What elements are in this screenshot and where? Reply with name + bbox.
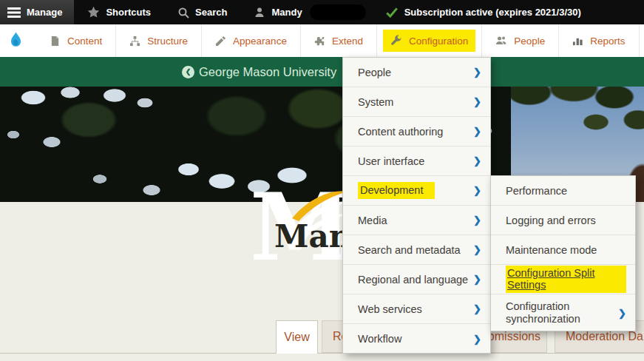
star-icon [87, 6, 100, 18]
menu-item-label: People [358, 67, 391, 78]
drupal-toolbar: Content Structure Appearance Extend Conf… [0, 24, 644, 57]
menu-item-label: Workflow [358, 333, 401, 345]
toolbar-item-label: Configuration [409, 36, 468, 47]
menu-item-maintenance-mode[interactable]: Maintenance mode [491, 235, 635, 265]
hamburger-icon [7, 7, 21, 18]
search-button[interactable]: Search [170, 0, 234, 24]
shortcuts-label: Shortcuts [106, 7, 151, 18]
menu-item-search-and-metadata[interactable]: Search and metadata ❯ [343, 235, 490, 265]
paintbrush-icon [215, 36, 226, 47]
document-icon [50, 36, 61, 47]
screen: Manage Shortcuts Search Mandy Subscripti… [0, 0, 644, 361]
menu-item-label: Media [358, 215, 387, 226]
bar-chart-icon [572, 36, 583, 47]
menu-item-regional-and-language[interactable]: Regional and language ❯ [343, 265, 490, 294]
toolbar-item-help[interactable]: ? Help [640, 24, 644, 57]
menu-item-workflow[interactable]: Workflow ❯ [343, 324, 490, 354]
menu-item-web-services[interactable]: Web services ❯ [343, 294, 490, 324]
menu-item-media[interactable]: Media ❯ [343, 206, 490, 235]
toolbar-item-reports[interactable]: Reports [559, 24, 639, 57]
toolbar-item-label: Structure [147, 36, 188, 47]
subscription-status: Subscription active (expires 2021/3/30) [385, 6, 581, 19]
menu-item-label: Search and metadata [358, 244, 461, 256]
tabs-divider [0, 353, 644, 354]
chevron-right-icon: ❯ [473, 215, 481, 226]
toolbar-item-extend[interactable]: Extend [301, 24, 377, 57]
menu-item-label: Configuration synchronization [506, 300, 609, 326]
user-account-button[interactable]: Mandy [246, 0, 373, 24]
tab-label: bmissions [488, 330, 540, 343]
toolbar-item-content[interactable]: Content [36, 24, 116, 57]
chevron-right-icon: ❯ [473, 185, 481, 196]
toolbar-item-label: Appearance [233, 36, 287, 47]
menu-item-label: Maintenance mode [506, 244, 597, 256]
chevron-right-icon: ❯ [473, 155, 481, 166]
chevron-right-icon: ❯ [473, 244, 481, 255]
wrench-icon [390, 35, 402, 47]
chevron-right-icon: ❯ [473, 126, 481, 137]
puzzle-icon [314, 36, 325, 47]
chevron-right-icon: ❯ [618, 308, 626, 319]
manage-menu-button[interactable]: Manage [0, 0, 74, 24]
menu-item-label: Regional and language [358, 274, 468, 286]
menu-item-logging-and-errors[interactable]: Logging and errors [491, 206, 635, 235]
people-icon [495, 35, 507, 47]
tab-label: Moderation Da [566, 330, 643, 343]
person-icon [254, 7, 265, 18]
menu-item-user-interface[interactable]: User interface ❯ [343, 146, 490, 176]
chevron-right-icon: ❯ [473, 334, 481, 345]
configuration-dropdown-menu: People ❯ System ❯ Content authoring ❯ Us… [342, 57, 491, 354]
admin-bar: Manage Shortcuts Search Mandy Subscripti… [0, 0, 644, 24]
chevron-right-icon: ❯ [473, 67, 481, 78]
menu-item-configuration-split-settings[interactable]: Configuration Split Settings [491, 265, 635, 294]
tab-view[interactable]: View [276, 320, 318, 354]
menu-item-development[interactable]: Development ❯ [343, 176, 490, 206]
toolbar-item-configuration[interactable]: Configuration [377, 24, 482, 57]
development-submenu: Performance Logging and errors Maintenan… [490, 175, 636, 331]
menu-item-configuration-synchronization[interactable]: Configuration synchronization ❯ [491, 294, 635, 331]
toolbar-item-label: Content [67, 36, 102, 47]
checkmark-icon [385, 6, 399, 19]
toolbar-item-appearance[interactable]: Appearance [202, 24, 301, 57]
chevron-right-icon: ❯ [473, 274, 481, 285]
toolbar-item-structure[interactable]: Structure [116, 24, 202, 57]
toolbar-item-label: Reports [590, 36, 625, 47]
menu-item-label: System [358, 96, 393, 108]
menu-item-people[interactable]: People ❯ [343, 58, 490, 87]
menu-item-performance[interactable]: Performance [491, 176, 635, 206]
site-header-bar: ❮ George Mason University [0, 57, 644, 87]
toolbar-item-people[interactable]: People [482, 24, 559, 57]
search-icon [177, 7, 189, 18]
menu-item-label: Development [358, 182, 435, 199]
subscription-text: Subscription active (expires 2021/3/30) [404, 7, 581, 18]
menu-item-label: Performance [506, 185, 567, 197]
site-title[interactable]: George Mason University [199, 65, 336, 79]
configuration-highlight: Configuration [383, 30, 475, 52]
user-name: Mandy [271, 7, 302, 18]
page-title: Man [274, 218, 351, 254]
menu-item-system[interactable]: System ❯ [343, 87, 490, 117]
drupal-logo-icon[interactable] [6, 31, 26, 51]
search-label: Search [195, 7, 227, 18]
redaction-blob [310, 4, 366, 20]
chevron-right-icon: ❯ [473, 96, 481, 107]
menu-item-content-authoring[interactable]: Content authoring ❯ [343, 117, 490, 146]
sitemap-icon [129, 36, 140, 47]
shortcuts-button[interactable]: Shortcuts [80, 0, 158, 24]
menu-item-label: Configuration Split Settings [506, 266, 626, 293]
menu-item-label: Logging and errors [506, 215, 596, 226]
back-icon[interactable]: ❮ [182, 66, 194, 78]
toolbar-item-label: People [514, 36, 545, 47]
toolbar-item-label: Extend [332, 36, 363, 47]
menu-item-label: User interface [358, 155, 424, 167]
menu-item-label: Content authoring [358, 126, 443, 138]
tab-label: View [284, 331, 309, 344]
manage-label: Manage [27, 7, 62, 18]
menu-item-label: Web services [358, 303, 422, 315]
chevron-right-icon: ❯ [473, 303, 481, 314]
